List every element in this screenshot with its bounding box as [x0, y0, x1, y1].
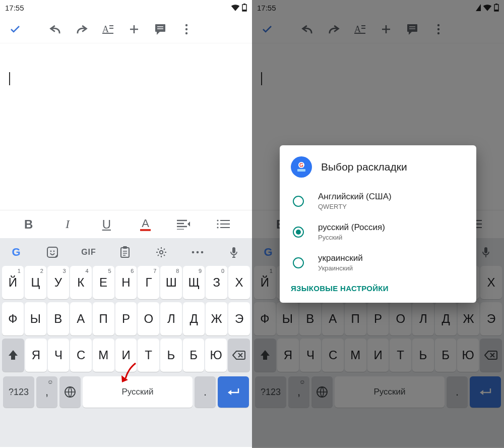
phone-screen-left: 17:55 A B I U — [0, 0, 252, 448]
svg-rect-3 — [155, 24, 165, 32]
key-И[interactable]: И — [115, 339, 137, 372]
key-О[interactable]: О — [138, 302, 159, 335]
key-Ж[interactable]: Ж — [206, 302, 227, 335]
gboard-app-icon: G — [291, 156, 312, 178]
svg-point-4 — [185, 24, 187, 26]
keyboard-row-3: ЯЧСМИТЬБЮ — [0, 337, 252, 373]
dialog-title: Выбор раскладки — [321, 161, 407, 173]
key-Ю[interactable]: Ю — [205, 339, 227, 372]
text-color-button[interactable]: A — [134, 213, 157, 236]
key-Ь[interactable]: Ь — [160, 339, 182, 372]
redo-button[interactable] — [70, 17, 94, 41]
key-З[interactable]: З0 — [206, 266, 227, 299]
comma-key[interactable]: ☺, — [36, 376, 57, 408]
keyboard-row-2: ФЫВАПРОЛДЖЭ — [0, 301, 252, 337]
key-К[interactable]: К4 — [70, 266, 92, 299]
sticker-icon[interactable] — [41, 247, 64, 258]
svg-point-17 — [197, 251, 199, 254]
key-Щ[interactable]: Щ9 — [183, 266, 205, 299]
more-icon[interactable] — [186, 250, 209, 255]
key-Ч[interactable]: Ч — [48, 339, 70, 372]
svg-rect-42 — [297, 169, 305, 172]
wifi-icon — [231, 4, 240, 11]
key-Е[interactable]: Е5 — [93, 266, 114, 299]
underline-button[interactable]: U — [95, 213, 118, 236]
key-С[interactable]: С — [70, 339, 92, 372]
key-Ш[interactable]: Ш8 — [160, 266, 182, 299]
settings-icon[interactable] — [150, 246, 172, 258]
enter-key[interactable] — [218, 376, 249, 408]
list-button[interactable] — [212, 213, 235, 236]
backspace-key[interactable] — [228, 339, 250, 372]
option-title: украинский — [318, 253, 363, 263]
key-В[interactable]: В — [47, 302, 69, 335]
key-М[interactable]: М — [93, 339, 114, 372]
align-button[interactable] — [173, 213, 196, 236]
svg-rect-19 — [232, 247, 235, 253]
radio-icon — [293, 227, 304, 238]
option-subtitle: Русский — [318, 234, 385, 241]
key-Б[interactable]: Б — [183, 339, 205, 372]
google-icon[interactable]: G — [5, 246, 27, 259]
key-Р[interactable]: Р — [115, 302, 137, 335]
layout-option[interactable]: русский (Россия)Русский — [280, 216, 476, 247]
svg-point-11 — [50, 251, 52, 252]
layout-option[interactable]: Английский (США)QWERTY — [280, 186, 476, 216]
language-switch-key[interactable] — [59, 376, 81, 408]
option-subtitle: Украинский — [318, 264, 363, 272]
status-bar: 17:55 — [0, 0, 252, 15]
svg-point-15 — [160, 251, 163, 254]
radio-icon — [293, 257, 304, 268]
clipboard-icon[interactable] — [114, 246, 136, 258]
svg-point-18 — [201, 251, 204, 254]
svg-point-8 — [217, 223, 219, 225]
bold-button[interactable]: B — [17, 213, 40, 236]
overflow-menu-button[interactable] — [174, 17, 199, 41]
option-subtitle: QWERTY — [318, 203, 392, 210]
battery-icon — [242, 4, 247, 12]
radio-icon — [293, 196, 304, 207]
mic-icon[interactable] — [223, 247, 245, 258]
option-title: Английский (США) — [318, 192, 392, 202]
comment-button[interactable] — [148, 17, 172, 41]
svg-point-6 — [185, 32, 187, 34]
format-bar: B I U A — [0, 210, 252, 238]
svg-rect-1 — [242, 10, 246, 11]
add-button[interactable] — [122, 17, 146, 41]
key-Д[interactable]: Д — [183, 302, 205, 335]
svg-rect-14 — [123, 246, 127, 249]
text-format-button[interactable]: A — [96, 17, 120, 41]
italic-button[interactable]: I — [56, 213, 79, 236]
status-icons — [231, 4, 247, 12]
symbols-key[interactable]: ?123 — [3, 376, 34, 408]
gif-button[interactable]: GIF — [78, 248, 100, 257]
key-Э[interactable]: Э — [228, 302, 250, 335]
key-А[interactable]: А — [70, 302, 92, 335]
key-Й[interactable]: Й1 — [2, 266, 24, 299]
svg-point-12 — [53, 251, 55, 252]
key-П[interactable]: П — [93, 302, 114, 335]
confirm-button[interactable] — [3, 17, 27, 41]
key-Я[interactable]: Я — [25, 339, 47, 372]
svg-point-16 — [192, 251, 195, 254]
language-settings-link[interactable]: ЯЗЫКОВЫЕ НАСТРОЙКИ — [280, 278, 476, 296]
key-Г[interactable]: Г7 — [138, 266, 159, 299]
period-key[interactable]: . — [195, 376, 216, 408]
key-Ф[interactable]: Ф — [2, 302, 24, 335]
undo-button[interactable] — [43, 17, 68, 41]
layout-picker-dialog: G Выбор раскладки Английский (США)QWERTY… — [280, 145, 476, 303]
svg-point-9 — [217, 227, 219, 228]
key-Ы[interactable]: Ы — [25, 302, 46, 335]
status-time: 17:55 — [5, 4, 24, 12]
key-Ц[interactable]: Ц2 — [25, 266, 46, 299]
key-Т[interactable]: Т — [138, 339, 159, 372]
layout-option[interactable]: украинскийУкраинский — [280, 247, 476, 278]
keyboard: G GIF Й1Ц2У3К4Е5Н6Г7Ш8Щ9З0Х ФЫВАПРОЛДЖЭ — [0, 238, 252, 447]
spacebar-key[interactable]: Русский — [83, 376, 193, 408]
shift-key[interactable] — [2, 339, 24, 372]
key-Х[interactable]: Х — [228, 266, 250, 299]
document-canvas[interactable] — [0, 43, 252, 210]
key-Л[interactable]: Л — [160, 302, 182, 335]
key-У[interactable]: У3 — [47, 266, 69, 299]
key-Н[interactable]: Н6 — [115, 266, 137, 299]
